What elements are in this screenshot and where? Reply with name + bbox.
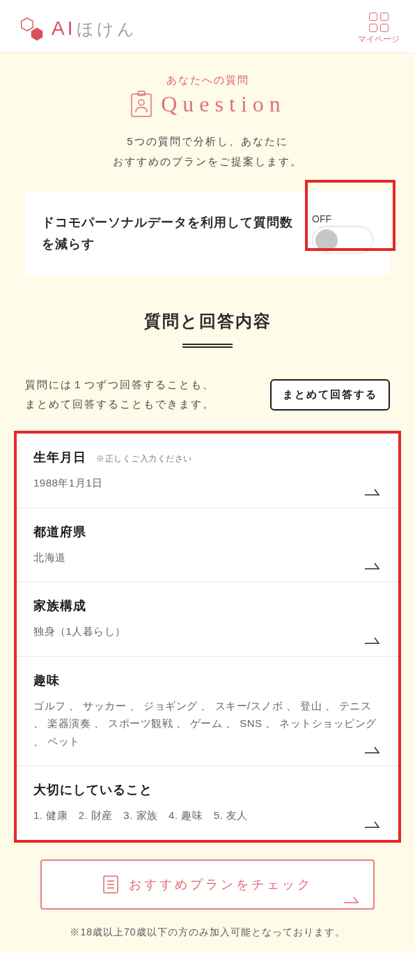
footer-note: ※18歳以上70歳以下の方のみ加入可能となっております。 xyxy=(10,926,405,939)
svg-marker-1 xyxy=(31,27,43,40)
question-value: 北海道 xyxy=(33,549,382,567)
question-item-hobby[interactable]: 趣味 ゴルフ 、 サッカー 、 ジョギング 、 スキー/スノボ 、 登山 、 テ… xyxy=(17,657,398,767)
question-label: 家族構成 xyxy=(33,599,86,613)
logo-ai-text: AI xyxy=(52,17,75,40)
profile-icon xyxy=(129,90,154,118)
toggle-label: ドコモパーソナルデータを利用して質問数を減らす xyxy=(42,212,304,254)
svg-point-4 xyxy=(139,100,144,105)
arrow-right-icon xyxy=(365,560,382,569)
question-subtitle: あなたへの質問 xyxy=(10,74,405,87)
check-plan-button[interactable]: おすすめプランをチェック xyxy=(40,859,375,910)
logo[interactable]: AI ほけん xyxy=(15,17,137,42)
mypage-label: マイページ xyxy=(358,33,400,45)
question-value: 1. 健康 2. 財産 3. 家族 4. 趣味 5. 友人 xyxy=(33,806,382,825)
logo-hoken-text: ほけん xyxy=(77,18,137,40)
toggle-state-label: OFF xyxy=(312,213,331,224)
info-text: 質問には１つずつ回答することも、 まとめて回答することもできます。 xyxy=(25,376,214,414)
question-title: Question xyxy=(161,91,286,117)
question-value: 1988年1月1日 xyxy=(33,474,382,492)
question-label: 趣味 xyxy=(33,673,60,687)
section-title: 質問と回答内容 xyxy=(10,310,405,332)
question-header: あなたへの質問 Question xyxy=(10,74,405,118)
arrow-right-icon xyxy=(365,487,382,495)
question-label: 大切にしていること xyxy=(33,783,152,797)
svg-rect-3 xyxy=(138,91,145,95)
question-hint: ※正しくご入力ください xyxy=(96,454,192,464)
question-value: ゴルフ 、 サッカー 、 ジョギング 、 スキー/スノボ 、 登山 、 テニス … xyxy=(33,697,382,751)
mypage-button[interactable]: マイページ xyxy=(358,13,400,45)
bulk-answer-button[interactable]: まとめて回答する xyxy=(270,379,390,411)
arrow-right-icon xyxy=(365,635,382,643)
personal-data-toggle[interactable] xyxy=(312,226,373,254)
header: AI ほけん マイページ xyxy=(0,0,415,53)
question-item-family[interactable]: 家族構成 独身（1人暮らし） xyxy=(17,582,398,657)
personal-data-toggle-box: ドコモパーソナルデータを利用して質問数を減らす OFF xyxy=(25,191,390,275)
question-list: 生年月日 ※正しくご入力ください 1988年1月1日 都道府県 北海道 家族構成… xyxy=(14,431,401,843)
arrow-right-icon xyxy=(365,744,382,753)
logo-hexes-icon xyxy=(15,17,46,42)
question-label: 都道府県 xyxy=(33,525,86,539)
question-item-values[interactable]: 大切にしていること 1. 健康 2. 財産 3. 家族 4. 趣味 5. 友人 xyxy=(17,766,398,840)
question-description: 5つの質問で分析し、あなたに おすすめのプランをご提案します。 xyxy=(10,132,405,171)
document-icon xyxy=(102,875,119,894)
grid-icon xyxy=(369,13,389,32)
arrow-right-icon xyxy=(344,893,361,901)
arrow-right-icon xyxy=(365,819,382,827)
info-row: 質問には１つずつ回答することも、 まとめて回答することもできます。 まとめて回答… xyxy=(10,348,405,421)
question-value: 独身（1人暮らし） xyxy=(33,622,382,641)
question-item-prefecture[interactable]: 都道府県 北海道 xyxy=(17,508,398,583)
check-plan-label: おすすめプランをチェック xyxy=(129,876,313,893)
question-item-birthdate[interactable]: 生年月日 ※正しくご入力ください 1988年1月1日 xyxy=(17,434,398,508)
content: あなたへの質問 Question 5つの質問で分析し、あなたに おすすめのプラン… xyxy=(0,53,415,951)
question-label: 生年月日 xyxy=(33,450,86,464)
